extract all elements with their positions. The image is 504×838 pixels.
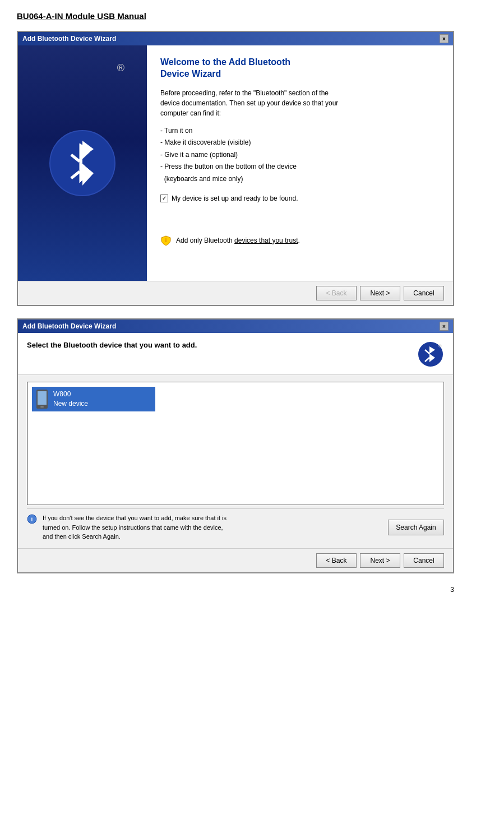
dialog2-next-button[interactable]: Next > — [360, 553, 400, 568]
dialog1-right-panel: Welcome to the Add BluetoothDevice Wizar… — [147, 45, 453, 281]
dialog2-content: W800 New device i If you don't see the d… — [18, 375, 453, 548]
registered-trademark: ® — [117, 62, 124, 74]
dialog2-footer: < Back Next > Cancel — [18, 548, 453, 572]
search-again-button[interactable]: Search Again — [388, 520, 444, 535]
dialog2-header-title: Select the Bluetooth device that you wan… — [27, 341, 197, 349]
device-list-item[interactable]: W800 New device — [32, 387, 155, 411]
dialog2-title-label: Add Bluetooth Device Wizard — [22, 322, 116, 330]
dialog2-close-button[interactable]: × — [440, 322, 448, 331]
dialog1-checkbox-row: My device is set up and ready to be foun… — [160, 195, 440, 202]
page-title: BU064-A-IN Module USB Manual — [17, 11, 487, 21]
device-list-box: W800 New device — [27, 382, 444, 505]
dialog1-cancel-button[interactable]: Cancel — [404, 286, 444, 300]
dialog2-header: Select the Bluetooth device that you wan… — [18, 333, 453, 375]
info-row-wrapper: i If you don't see the device that you w… — [27, 508, 444, 541]
device-sub: New device — [53, 399, 88, 409]
bluetooth-logo-large — [49, 129, 116, 197]
dialog2-titlebar: Add Bluetooth Device Wizard × — [18, 320, 453, 333]
dialog1-next-button[interactable]: Next > — [360, 286, 400, 300]
bluetooth-icon-small: ® — [417, 341, 444, 368]
phone-device-icon — [35, 389, 49, 409]
svg-rect-12 — [38, 391, 47, 405]
dialog1-close-button[interactable]: × — [440, 34, 448, 43]
dialog1-left-panel: ® — [18, 45, 147, 281]
shield-icon: i — [160, 235, 172, 246]
dialog1-list: - Turn it on - Make it discoverable (vis… — [160, 125, 440, 186]
info-icon: i — [27, 514, 37, 524]
info-text: If you don't see the device that you wan… — [43, 513, 383, 541]
dialog-1: Add Bluetooth Device Wizard × ® Welcome … — [17, 31, 454, 306]
dialog1-titlebar: Add Bluetooth Device Wizard × — [18, 32, 453, 45]
checkbox-label: My device is set up and ready to be foun… — [172, 195, 298, 202]
trust-text: Add only Bluetooth devices that you trus… — [176, 237, 300, 244]
device-ready-checkbox[interactable] — [160, 195, 168, 202]
dialog1-intro-text: Before proceeding, refer to the "Bluetoo… — [160, 88, 440, 118]
device-name: W800 — [53, 390, 88, 399]
svg-text:i: i — [31, 516, 33, 522]
svg-rect-13 — [40, 406, 44, 408]
page-number: 3 — [17, 586, 454, 594]
dialog1-body: ® Welcome to the Add BluetoothDevice Wiz… — [18, 45, 453, 281]
dialog1-title-label: Add Bluetooth Device Wizard — [22, 35, 116, 43]
dialog2-back-button[interactable]: < Back — [316, 553, 357, 568]
dialog1-trust-row: i Add only Bluetooth devices that you tr… — [160, 235, 440, 246]
dialog1-heading: Welcome to the Add BluetoothDevice Wizar… — [160, 57, 440, 80]
dialog2-cancel-button[interactable]: Cancel — [404, 553, 444, 568]
device-info: W800 New device — [53, 390, 88, 409]
svg-text:®: ® — [438, 344, 442, 349]
dialog-2: Add Bluetooth Device Wizard × Select the… — [17, 318, 454, 573]
dialog1-footer: < Back Next > Cancel — [18, 281, 453, 305]
trust-link[interactable]: devices that you trust — [234, 237, 298, 244]
dialog1-back-button[interactable]: < Back — [316, 286, 357, 300]
svg-text:i: i — [165, 238, 167, 243]
